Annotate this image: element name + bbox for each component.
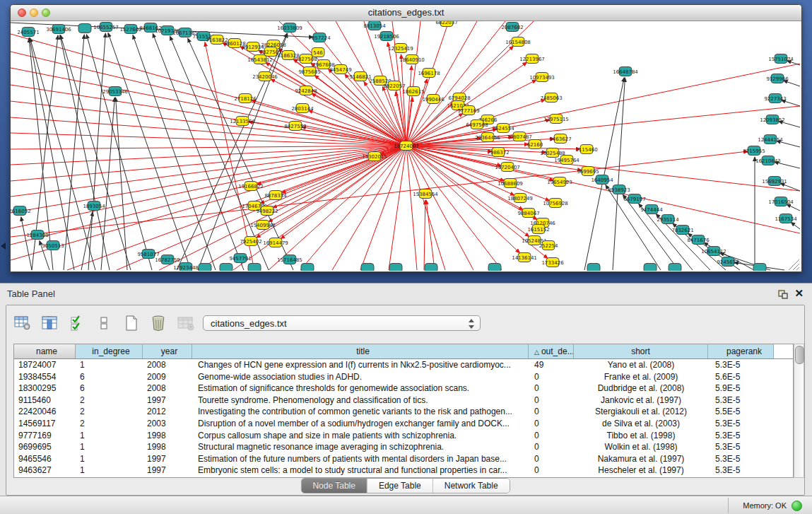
table-cell[interactable]: Disruption of a novel member of a sodium…	[192, 418, 529, 430]
table-cell[interactable]: Yano et al. (2008)	[574, 359, 708, 371]
delete-table-button[interactable]	[146, 313, 170, 334]
network-table-select[interactable]: citations_edges.txt	[203, 315, 481, 331]
table-cell[interactable]: 5.3E-5	[708, 395, 774, 407]
table-cell[interactable]: 9465546	[14, 453, 76, 465]
table-cell[interactable]: 0	[529, 441, 574, 453]
table-cell[interactable]: 1	[76, 359, 143, 371]
graph-edge[interactable]	[133, 35, 216, 270]
table-cell[interactable]: Genome-wide association studies in ADHD.	[192, 371, 529, 383]
column-header-out-degree[interactable]: △out_de...	[529, 344, 574, 358]
graph-node[interactable]	[488, 264, 501, 271]
table-cell[interactable]: 0	[529, 430, 574, 442]
tab-node-table[interactable]: Node Table	[301, 479, 367, 493]
graph-node[interactable]: 12325419	[388, 44, 413, 53]
toggle-row-height-button[interactable]	[92, 313, 116, 334]
graph-node[interactable]	[389, 264, 402, 271]
graph-node[interactable]: 20364456	[475, 133, 500, 142]
graph-node[interactable]: 7925402	[240, 237, 261, 246]
table-cell[interactable]: 19384554	[14, 371, 76, 383]
table-cell[interactable]: 0	[529, 371, 574, 383]
graph-node[interactable]: 23420046	[252, 72, 278, 81]
table-cell[interactable]: Wolkin et al. (1998)	[574, 441, 708, 453]
table-row[interactable]: 1830029562008Estimation of significance …	[14, 382, 793, 395]
table-cell[interactable]: 1998	[143, 441, 192, 453]
graph-node[interactable]: 1733426	[541, 258, 564, 267]
table-cell[interactable]: 2008	[143, 382, 192, 395]
table-cell[interactable]: 18724007	[14, 359, 76, 371]
column-header-short[interactable]: short	[574, 344, 708, 358]
graph-node[interactable]: 9227343	[764, 94, 786, 103]
graph-node[interactable]: 1696178	[418, 69, 440, 78]
select-all-button[interactable]	[65, 313, 89, 334]
graph-node[interactable]: 30691406	[46, 25, 71, 34]
table-cell[interactable]: 9115460	[14, 395, 76, 407]
table-cell[interactable]: Structural magnetic resonance image aver…	[192, 441, 529, 453]
table-cell[interactable]: Nakamura et al. (1997)	[574, 453, 708, 465]
table-cell[interactable]: Investigating the contribution of common…	[192, 406, 529, 418]
collapse-panel-arrow-icon[interactable]	[1, 243, 6, 250]
table-cell[interactable]: 2009	[143, 371, 192, 383]
graph-node[interactable]: 16210643	[755, 156, 781, 165]
graph-node[interactable]: 8471676	[687, 235, 710, 245]
graph-edge[interactable]	[116, 98, 127, 270]
graph-node[interactable]	[644, 264, 657, 271]
graph-edge[interactable]	[312, 93, 406, 146]
graph-node[interactable]: 546	[312, 48, 324, 57]
graph-node[interactable]: 29053346	[102, 87, 128, 96]
graph-node[interactable]: 9884067	[517, 209, 539, 218]
table-cell[interactable]: 0	[529, 395, 574, 407]
graph-edge[interactable]	[613, 78, 625, 270]
network-view-window[interactable]: citations_edges.txt 24055713069140610655…	[10, 4, 802, 272]
column-header-pagerank[interactable]: pagerank	[708, 344, 774, 358]
tab-network-table[interactable]: Network Table	[433, 479, 510, 493]
graph-node[interactable]: 18807249	[507, 194, 533, 203]
table-cell[interactable]: 9777169	[14, 430, 76, 442]
table-row[interactable]: 1456911722003Disruption of a novel membe…	[14, 418, 793, 430]
show-column-button[interactable]	[37, 313, 61, 334]
table-settings-button[interactable]	[11, 313, 35, 334]
graph-node[interactable]	[753, 264, 766, 271]
graph-node[interactable]: 7857224	[308, 33, 331, 42]
table-cell[interactable]: Tourette syndrome. Phenomenology and cla…	[192, 395, 529, 407]
graph-edge[interactable]	[198, 146, 406, 270]
table-cell[interactable]: Embryonic stem cells: a model to study s…	[192, 465, 529, 477]
table-cell[interactable]: Changes of HCN gene expression and I(f) …	[192, 359, 529, 371]
table-vertical-scrollbar[interactable]	[794, 344, 804, 478]
graph-node[interactable]	[248, 264, 261, 271]
graph-node[interactable]: 16648784	[613, 67, 638, 76]
graph-node[interactable]: 12975115	[543, 115, 569, 124]
graph-node[interactable]: 6822037	[435, 21, 457, 27]
table-cell[interactable]: 1	[76, 441, 143, 453]
graph-node[interactable]: 16033809	[277, 23, 302, 33]
table-cell[interactable]: 5.9E-5	[708, 382, 774, 395]
table-cell[interactable]: 9463627	[14, 465, 76, 477]
column-header-name[interactable]: name	[14, 344, 76, 358]
graph-node[interactable]: 12213967	[519, 54, 545, 64]
graph-edge[interactable]	[424, 200, 425, 270]
graph-edge[interactable]	[406, 146, 546, 153]
graph-node[interactable]: 10973493	[529, 73, 555, 82]
table-cell[interactable]: Jankovic et al. (1997)	[574, 395, 708, 407]
table-cell[interactable]: 0	[529, 406, 574, 418]
graph-edge[interactable]	[11, 34, 406, 146]
graph-node[interactable]: 9699695	[577, 167, 599, 176]
table-cell[interactable]: 0	[529, 418, 574, 430]
table-cell[interactable]: 9699695	[14, 441, 76, 453]
graph-node[interactable]: 19218506	[374, 32, 399, 41]
graph-node[interactable]: 12133564	[230, 117, 255, 126]
graph-edge[interactable]	[88, 33, 105, 270]
memory-ok-indicator[interactable]	[792, 501, 802, 511]
graph-node[interactable]: 18640910	[399, 55, 425, 64]
table-cell[interactable]: Estimation of the future numbers of pati…	[192, 453, 529, 465]
table-cell[interactable]: de Silva et al. (2003)	[574, 418, 708, 430]
table-cell[interactable]: 0	[529, 465, 574, 477]
table-cell[interactable]: 1997	[143, 465, 192, 477]
table-cell[interactable]: 5.3E-5	[708, 359, 774, 371]
graph-edge[interactable]	[426, 200, 435, 270]
table-cell[interactable]: 2003	[143, 418, 192, 430]
table-cell[interactable]: 1	[76, 430, 143, 442]
graph-edge[interactable]	[11, 146, 406, 228]
tab-edge-table[interactable]: Edge Table	[367, 479, 433, 493]
table-row[interactable]: 911546021997Tourette syndrome. Phenomeno…	[14, 395, 793, 407]
network-window-titlebar[interactable]: citations_edges.txt	[11, 5, 801, 21]
